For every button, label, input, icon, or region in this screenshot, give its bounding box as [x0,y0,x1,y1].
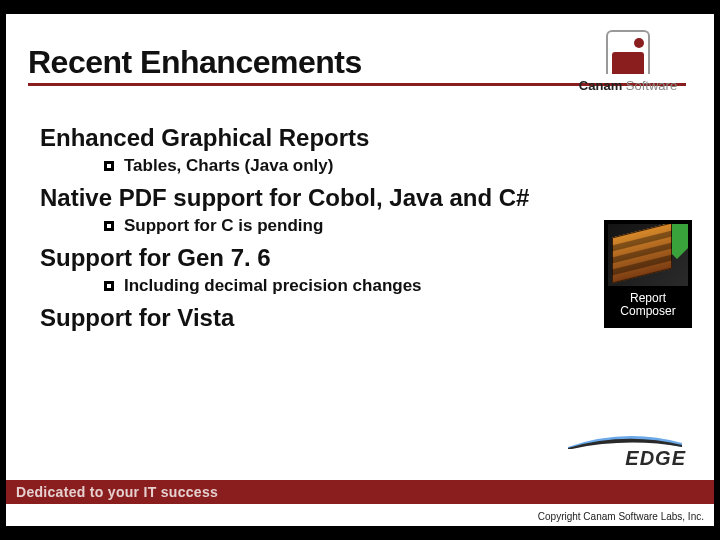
bullet-text: Tables, Charts (Java only) [124,156,333,176]
report-composer-icon [608,224,688,286]
edge-logo: EDGE [566,433,686,470]
bullet-item: Tables, Charts (Java only) [104,156,698,176]
report-composer-box: Report Composer [604,220,692,328]
canam-logo: Canam Software [568,30,688,93]
footer-tagline: Dedicated to your IT success [16,484,218,500]
square-bullet-icon [104,221,114,231]
bullet-text: Support for C is pending [124,216,323,236]
slide: Recent Enhancements Canam Software Enhan… [6,14,714,526]
edge-logo-text: EDGE [566,447,686,470]
slide-body: Enhanced Graphical Reports Tables, Chart… [6,102,714,332]
report-composer-label-2: Composer [608,305,688,318]
section-heading: Support for Gen 7. 6 [40,244,698,272]
slide-header: Recent Enhancements Canam Software [6,14,714,102]
square-bullet-icon [104,281,114,291]
square-bullet-icon [104,161,114,171]
section-heading: Support for Vista [40,304,698,332]
canam-logo-icon [606,30,650,74]
section-heading: Enhanced Graphical Reports [40,124,698,152]
canam-logo-text: Canam Software [568,78,688,93]
section-heading: Native PDF support for Cobol, Java and C… [40,184,698,212]
bullet-text: Including decimal precision changes [124,276,422,296]
copyright-text: Copyright Canam Software Labs, Inc. [538,511,704,522]
footer-bar: Dedicated to your IT success [6,480,714,504]
